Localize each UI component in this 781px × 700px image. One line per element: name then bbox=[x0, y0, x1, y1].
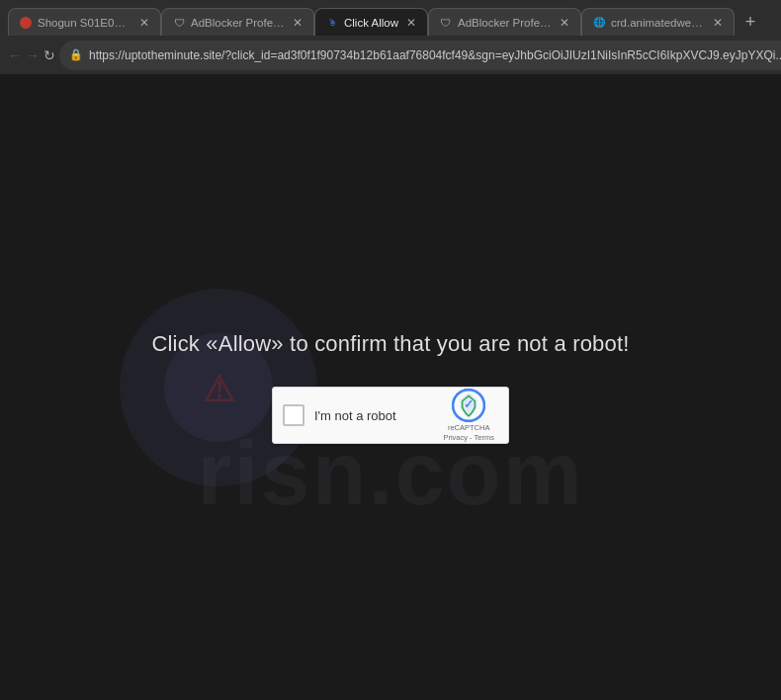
recaptcha-widget[interactable]: I'm not a robot ✓ bbox=[272, 387, 509, 444]
shield2-favicon-icon: 🛡 bbox=[440, 17, 451, 29]
new-tab-button[interactable]: + bbox=[737, 8, 764, 36]
svg-text:✓: ✓ bbox=[464, 397, 474, 410]
tab-animated[interactable]: 🌐 crd.animatedweb... ✕ bbox=[581, 8, 735, 36]
tab-label-animated: crd.animatedweb... bbox=[611, 17, 705, 29]
tab-favicon-clickallow: 🖱 bbox=[325, 16, 339, 30]
shield-favicon-icon: 🛡 bbox=[174, 17, 185, 29]
tab-favicon-adblocker1: 🛡 bbox=[172, 16, 186, 30]
tab-close-shogun[interactable]: ✕ bbox=[136, 15, 152, 31]
tab-favicon-animated: 🌐 bbox=[592, 16, 606, 30]
tab-close-adblocker2[interactable]: ✕ bbox=[557, 15, 572, 31]
recaptcha-checkbox[interactable] bbox=[283, 404, 304, 426]
browser-window: Shogun S01E01.mp... ✕ 🛡 AdBlocker Profes… bbox=[0, 0, 781, 700]
page-content: ⚠ risn.com Click «Allow» to confirm that… bbox=[0, 75, 781, 700]
tab-label-adblocker1: AdBlocker Professi... bbox=[191, 17, 285, 29]
recaptcha-branding: reCAPTCHA Privacy - Terms bbox=[443, 423, 494, 443]
recaptcha-label: I'm not a robot bbox=[314, 408, 433, 423]
url-text: https://uptotheminute.site/?click_id=ad3… bbox=[89, 48, 781, 62]
tab-close-animated[interactable]: ✕ bbox=[710, 15, 726, 31]
address-bar[interactable]: 🔒 https://uptotheminute.site/?click_id=a… bbox=[59, 41, 781, 70]
anim-favicon-icon: 🌐 bbox=[593, 17, 605, 28]
tab-clickallow[interactable]: 🖱 Click Allow ✕ bbox=[314, 8, 428, 36]
window-controls: — □ ✕ bbox=[764, 4, 781, 36]
toolbar: ← → ↻ 🔒 https://uptotheminute.site/?clic… bbox=[0, 36, 781, 75]
lock-icon: 🔒 bbox=[69, 48, 83, 61]
back-button[interactable]: ← bbox=[8, 42, 22, 69]
center-content: Click «Allow» to confirm that you are no… bbox=[151, 331, 629, 444]
recaptcha-links: Privacy - Terms bbox=[443, 433, 494, 442]
tab-shogun[interactable]: Shogun S01E01.mp... ✕ bbox=[8, 8, 161, 36]
click-favicon-icon: 🖱 bbox=[328, 18, 337, 28]
reload-button[interactable]: ↻ bbox=[43, 42, 55, 69]
tab-close-clickallow[interactable]: ✕ bbox=[403, 15, 419, 31]
forward-button[interactable]: → bbox=[26, 42, 40, 69]
tab-label-shogun: Shogun S01E01.mp... bbox=[38, 17, 131, 29]
tab-favicon-adblocker2: 🛡 bbox=[439, 16, 453, 30]
tab-label-adblocker2: AdBlocker Professi... bbox=[458, 17, 552, 29]
recaptcha-logo-area: ✓ reCAPTCHA Privacy - Terms bbox=[443, 389, 494, 443]
tab-adblocker1[interactable]: 🛡 AdBlocker Professi... ✕ bbox=[161, 8, 314, 36]
tab-favicon-shogun bbox=[19, 16, 33, 30]
minimize-button[interactable]: — bbox=[764, 4, 781, 32]
tab-bar: Shogun S01E01.mp... ✕ 🛡 AdBlocker Profes… bbox=[0, 0, 781, 36]
tab-list: Shogun S01E01.mp... ✕ 🛡 AdBlocker Profes… bbox=[8, 8, 764, 36]
recaptcha-logo-icon: ✓ bbox=[452, 389, 485, 422]
robot-message: Click «Allow» to confirm that you are no… bbox=[151, 331, 629, 357]
tab-close-adblocker1[interactable]: ✕ bbox=[290, 15, 305, 31]
tab-adblocker2[interactable]: 🛡 AdBlocker Professi... ✕ bbox=[428, 8, 581, 36]
video-favicon-icon bbox=[20, 17, 32, 29]
tab-label-clickallow: Click Allow bbox=[344, 17, 398, 29]
recaptcha-brand-name: reCAPTCHA bbox=[448, 423, 490, 432]
